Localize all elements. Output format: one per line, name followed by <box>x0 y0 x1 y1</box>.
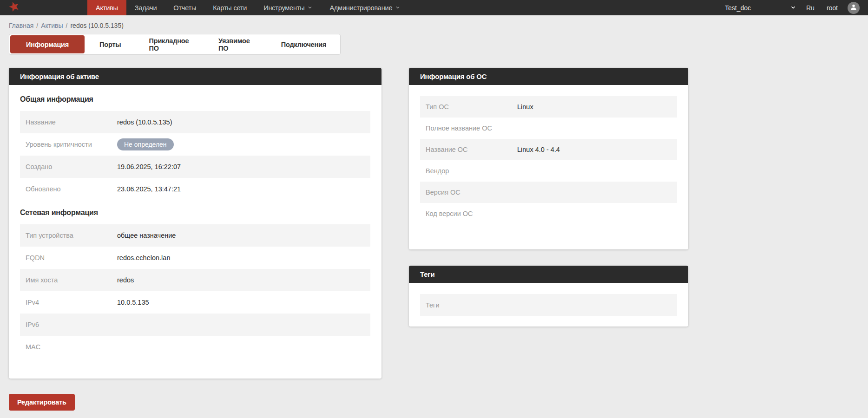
row-value: Linux 4.0 - 4.4 <box>517 146 560 153</box>
os-row-type: Тип ОС Linux <box>420 96 677 118</box>
asset-info-card-body: Общая информация Название redos (10.0.5.… <box>9 85 381 379</box>
scope-dropdown[interactable]: Test_doc <box>676 0 800 15</box>
nav-item-label: Администрирование <box>329 4 392 12</box>
nav-item-administration[interactable]: Администрирование <box>321 0 409 15</box>
row-value: Linux <box>517 103 533 111</box>
tab-information[interactable]: Информация <box>10 35 85 53</box>
nav-item-reports[interactable]: Отчеты <box>165 0 204 15</box>
tab-connections[interactable]: Подключения <box>267 34 340 54</box>
breadcrumb: Главная/Активы/redos (10.0.5.135) <box>0 15 868 29</box>
row-label: Вендор <box>426 167 517 175</box>
os-info-card-body: Тип ОС Linux Полное название ОС Название… <box>409 85 688 249</box>
nav-item-tasks[interactable]: Задачи <box>126 0 165 15</box>
tab-label: Информация <box>26 41 69 48</box>
breadcrumb-home-link[interactable]: Главная <box>9 22 33 29</box>
info-row-ipv4: IPv4 10.0.5.135 <box>20 291 370 314</box>
user-name[interactable]: root <box>821 4 844 12</box>
main-menu: Активы Задачи Отчеты Карты сети Инструме… <box>87 0 409 15</box>
os-row-version: Версия ОС <box>420 182 677 203</box>
nav-right-group: Test_doc Ru root <box>676 0 868 15</box>
language-switcher[interactable]: Ru <box>800 4 821 12</box>
os-row-full-name: Полное название ОС <box>420 118 677 139</box>
info-row-ipv6: IPv6 <box>20 314 370 336</box>
os-info-card: Информация об ОС Тип ОС Linux Полное наз… <box>409 68 688 249</box>
info-row-fqdn: FQDN redos.echelon.lan <box>20 247 370 269</box>
breadcrumb-separator: / <box>36 22 38 29</box>
criticality-badge: Не определен <box>117 138 174 150</box>
tags-card: Теги Теги <box>409 266 688 327</box>
nav-item-label: Отчеты <box>173 4 196 12</box>
info-row-criticality: Уровень критичности Не определен <box>20 133 370 156</box>
row-value: redos (10.0.5.135) <box>117 118 172 126</box>
tags-row: Теги <box>420 294 677 316</box>
tab-label: Порты <box>99 41 121 48</box>
chevron-down-icon <box>395 4 401 12</box>
row-value: общее назначение <box>117 232 176 239</box>
tab-label: Прикладное ПО <box>149 37 191 52</box>
tab-application-software[interactable]: Прикладное ПО <box>135 34 204 54</box>
row-value: 10.0.5.135 <box>117 299 149 306</box>
row-label: MAC <box>26 343 117 351</box>
top-navigation: Активы Задачи Отчеты Карты сети Инструме… <box>0 0 868 15</box>
tab-label: Уязвимое ПО <box>218 37 253 52</box>
breadcrumb-separator: / <box>66 22 68 29</box>
asset-tabs: Информация Порты Прикладное ПО Уязвимое … <box>9 34 341 55</box>
chevron-down-icon <box>790 4 796 12</box>
nav-item-label: Активы <box>96 4 118 12</box>
os-row-version-code: Код версии ОС <box>420 203 677 224</box>
nav-item-network-maps[interactable]: Карты сети <box>204 0 255 15</box>
edit-button[interactable]: Редактировать <box>9 394 75 411</box>
row-label: Уровень критичности <box>26 141 117 148</box>
tags-card-title: Теги <box>409 266 688 283</box>
tab-ports[interactable]: Порты <box>85 34 135 54</box>
row-label: Версия ОС <box>426 189 517 196</box>
chevron-down-icon <box>307 4 313 12</box>
info-row-updated: Обновлено 23.06.2025, 13:47:21 <box>20 178 370 200</box>
breadcrumb-assets-link[interactable]: Активы <box>41 22 63 29</box>
os-row-name: Название ОС Linux 4.0 - 4.4 <box>420 139 677 160</box>
row-label: Теги <box>426 301 517 309</box>
scope-dropdown-value: Test_doc <box>725 4 751 12</box>
nav-item-assets[interactable]: Активы <box>87 0 126 15</box>
main-content: Информация об активе Общая информация На… <box>9 68 859 379</box>
os-row-vendor: Вендор <box>420 160 677 182</box>
nav-item-tools[interactable]: Инструменты <box>255 0 321 15</box>
person-icon <box>849 3 858 13</box>
tags-card-body: Теги <box>409 283 688 327</box>
row-value: 19.06.2025, 16:22:07 <box>117 163 181 170</box>
row-label: Имя хоста <box>26 276 117 284</box>
asset-info-column: Информация об активе Общая информация На… <box>9 68 381 379</box>
os-tags-column: Информация об ОС Тип ОС Linux Полное наз… <box>409 68 688 327</box>
row-value: 23.06.2025, 13:47:21 <box>117 185 181 193</box>
row-label: Тип ОС <box>426 103 517 111</box>
row-label: Название <box>26 118 117 126</box>
asset-info-card-title: Информация об активе <box>9 68 381 85</box>
row-label: IPv4 <box>26 299 117 306</box>
info-row-mac: MAC <box>20 336 370 358</box>
row-label: FQDN <box>26 254 117 261</box>
row-label: IPv6 <box>26 321 117 328</box>
tab-vulnerable-software[interactable]: Уязвимое ПО <box>204 34 267 54</box>
breadcrumb-current: redos (10.0.5.135) <box>70 22 123 29</box>
row-label: Обновлено <box>26 185 117 193</box>
row-label: Полное название ОС <box>426 124 517 132</box>
network-info-section-title: Сетевая информация <box>20 209 370 217</box>
info-row-created: Создано 19.06.2025, 16:22:07 <box>20 156 370 178</box>
row-label: Создано <box>26 163 117 170</box>
row-value: redos <box>117 276 134 284</box>
nav-item-label: Задачи <box>135 4 157 12</box>
user-name-label: root <box>827 4 838 12</box>
row-label: Код версии ОС <box>426 210 517 217</box>
row-label: Название ОС <box>426 146 517 153</box>
os-info-card-title: Информация об ОС <box>409 68 688 85</box>
general-info-section-title: Общая информация <box>20 95 370 104</box>
row-value: redos.echelon.lan <box>117 254 170 261</box>
info-row-name: Название redos (10.0.5.135) <box>20 111 370 133</box>
user-avatar[interactable] <box>848 2 860 14</box>
info-row-device-type: Тип устройства общее назначение <box>20 224 370 247</box>
nav-item-label: Карты сети <box>213 4 247 12</box>
asset-info-card: Информация об активе Общая информация На… <box>9 68 381 379</box>
language-label: Ru <box>806 4 815 12</box>
tab-label: Подключения <box>281 41 326 48</box>
app-logo[interactable] <box>0 0 28 15</box>
